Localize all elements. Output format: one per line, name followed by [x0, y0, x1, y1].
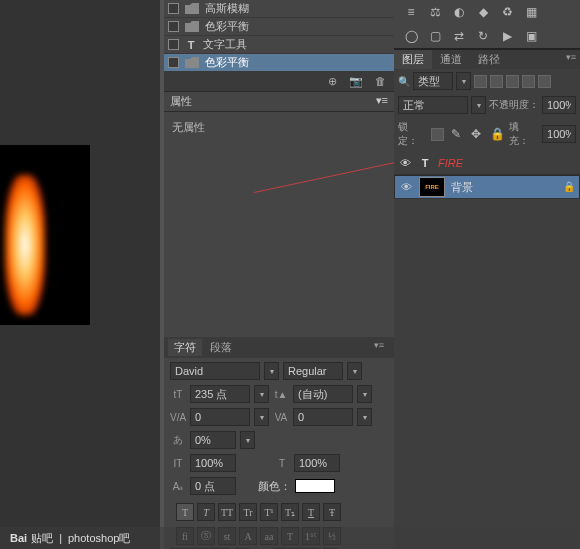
footer-watermark: Bai 贴吧 | photoshop吧: [0, 527, 580, 549]
history-item[interactable]: 色彩平衡: [164, 18, 394, 36]
color-swatch[interactable]: [295, 479, 335, 493]
separator: |: [59, 532, 62, 544]
bold-button[interactable]: T: [176, 503, 194, 521]
dropdown-icon[interactable]: [240, 431, 255, 449]
underline-button[interactable]: T: [302, 503, 320, 521]
layer-thumbnail[interactable]: FIRE: [419, 177, 445, 197]
dropdown-icon[interactable]: [264, 362, 279, 380]
pixel-icon[interactable]: ▣: [522, 28, 540, 44]
link-icon[interactable]: ♻: [498, 4, 516, 20]
checkbox-icon[interactable]: [168, 3, 179, 14]
color-label: 颜色：: [258, 479, 291, 494]
new-snapshot-icon[interactable]: ⊕: [328, 75, 337, 88]
font-size-input[interactable]: [190, 385, 250, 403]
vscale-input[interactable]: [190, 454, 236, 472]
canvas-area[interactable]: [0, 0, 160, 549]
properties-header[interactable]: 属性 ▾≡: [164, 91, 394, 112]
strike-button[interactable]: Ŧ: [323, 503, 341, 521]
smallcaps-button[interactable]: Tr: [239, 503, 257, 521]
tab-paths[interactable]: 路径: [470, 50, 508, 69]
blend-mode-select[interactable]: [398, 96, 468, 114]
tracking-input[interactable]: [293, 408, 353, 426]
text-icon: T: [185, 39, 197, 51]
circle-icon[interactable]: ◯: [402, 28, 420, 44]
dropdown-icon[interactable]: [456, 72, 471, 90]
italic-button[interactable]: T: [197, 503, 215, 521]
subscript-button[interactable]: T₁: [281, 503, 299, 521]
tab-layers[interactable]: 图层: [394, 50, 432, 69]
kerning-input[interactable]: [190, 408, 250, 426]
panel-menu-icon[interactable]: ▾≡: [562, 50, 580, 69]
opacity-input[interactable]: [542, 96, 576, 114]
tab-paragraph[interactable]: 段落: [204, 339, 238, 356]
document-preview[interactable]: [0, 145, 90, 325]
dropdown-icon[interactable]: [357, 408, 372, 426]
trash-icon[interactable]: 🗑: [375, 75, 386, 88]
grid-icon[interactable]: ▦: [522, 4, 540, 20]
leading-input[interactable]: [293, 385, 353, 403]
checkbox-icon[interactable]: [168, 21, 179, 32]
dropdown-icon[interactable]: [254, 385, 269, 403]
camera-icon[interactable]: 📷: [349, 75, 363, 88]
font-weight-select[interactable]: [283, 362, 343, 380]
scale-icon[interactable]: ⚖: [426, 4, 444, 20]
panel-menu-icon[interactable]: ▾≡: [368, 339, 390, 356]
adjust-icon[interactable]: ◐: [450, 4, 468, 20]
hscale-icon: T: [274, 458, 290, 469]
fill-input[interactable]: [542, 125, 576, 143]
filter-text-icon[interactable]: [506, 75, 519, 88]
baseline-icon: Aₐ: [170, 481, 186, 492]
kerning-icon: V/A: [170, 412, 186, 423]
history-label: 高斯模糊: [205, 1, 249, 16]
visibility-icon[interactable]: 👁: [398, 157, 412, 169]
history-label: 色彩平衡: [205, 55, 249, 70]
folder-icon: [185, 21, 199, 32]
search-icon[interactable]: 🔍: [398, 76, 410, 87]
history-item[interactable]: 色彩平衡: [164, 54, 394, 72]
filter-smart-icon[interactable]: [538, 75, 551, 88]
scale-input[interactable]: [190, 431, 236, 449]
visibility-icon[interactable]: 👁: [399, 181, 413, 193]
baseline-input[interactable]: [190, 477, 236, 495]
checkbox-icon[interactable]: [168, 39, 179, 50]
history-item[interactable]: T 文字工具: [164, 36, 394, 54]
lock-pixels-icon[interactable]: [431, 128, 444, 141]
character-tabs: 字符 段落 ▾≡: [164, 337, 394, 358]
lock-move-icon[interactable]: ✥: [468, 126, 486, 142]
square-icon[interactable]: ▢: [426, 28, 444, 44]
properties-tab[interactable]: 属性: [170, 94, 192, 109]
panel-menu-icon[interactable]: ▾≡: [376, 94, 388, 109]
dropdown-icon[interactable]: [254, 408, 269, 426]
filter-adjust-icon[interactable]: [490, 75, 503, 88]
tab-character[interactable]: 字符: [168, 339, 202, 356]
tab-channels[interactable]: 通道: [432, 50, 470, 69]
character-panel: tT t▲ V/A VA あ IT T Aₐ 颜色：: [164, 358, 394, 549]
hscale-input[interactable]: [294, 454, 340, 472]
align-icon[interactable]: ≡: [402, 4, 420, 20]
filter-shape-icon[interactable]: [522, 75, 535, 88]
layer-name[interactable]: 背景: [451, 180, 473, 195]
layer-row[interactable]: 👁 FIRE 背景 🔒: [394, 175, 580, 199]
lock-row: 锁定： ✎ ✥ 🔒 填充：: [394, 117, 580, 151]
layer-row[interactable]: 👁 T FIRE: [394, 151, 580, 175]
swap-icon[interactable]: ⇄: [450, 28, 468, 44]
layer-name[interactable]: FIRE: [438, 157, 463, 169]
forum-name: photoshop吧: [68, 531, 130, 546]
allcaps-button[interactable]: TT: [218, 503, 236, 521]
dropdown-icon[interactable]: [347, 362, 362, 380]
lock-brush-icon[interactable]: ✎: [447, 126, 465, 142]
dropdown-icon[interactable]: [357, 385, 372, 403]
filter-image-icon[interactable]: [474, 75, 487, 88]
blend-mode-row: 不透明度：: [394, 93, 580, 117]
superscript-button[interactable]: T¹: [260, 503, 278, 521]
checkbox-icon[interactable]: [168, 57, 179, 68]
history-item[interactable]: 高斯模糊: [164, 0, 394, 18]
lock-icon: 🔒: [563, 181, 575, 193]
font-family-select[interactable]: [170, 362, 260, 380]
dropdown-icon[interactable]: [471, 96, 486, 114]
repeat-icon[interactable]: ↻: [474, 28, 492, 44]
layer-kind-select[interactable]: [413, 72, 453, 90]
play-icon[interactable]: ▶: [498, 28, 516, 44]
lock-all-icon[interactable]: 🔒: [488, 126, 506, 142]
mask-icon[interactable]: ◆: [474, 4, 492, 20]
